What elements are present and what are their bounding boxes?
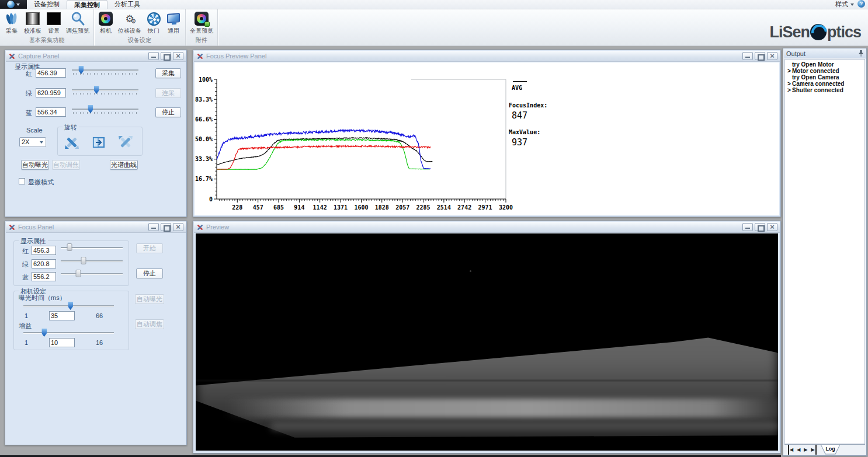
capture-button[interactable]: 采集: [155, 68, 181, 78]
svg-text:2742: 2742: [457, 204, 471, 211]
green-value-input[interactable]: [32, 259, 56, 268]
tab-capture-control[interactable]: 采集控制: [67, 0, 107, 9]
application-menu-button[interactable]: [0, 0, 27, 9]
focus-preview-titlebar[interactable]: Focus Preview Panel: [194, 51, 780, 62]
camera-icon: [98, 11, 113, 26]
focus-index-label: FocusIndex:: [509, 102, 547, 109]
help-icon[interactable]: [857, 0, 865, 8]
focus-panel-titlebar[interactable]: Focus Panel: [6, 222, 186, 233]
svg-text:1371: 1371: [334, 204, 348, 211]
svg-text:100%: 100%: [199, 76, 213, 83]
toolbar-button-focus-preview[interactable]: 调焦预览: [64, 11, 91, 36]
preview-faint-band: [272, 421, 778, 430]
blue-slider[interactable]: [61, 270, 123, 280]
red-channel-label: 红: [26, 69, 32, 78]
red-slider-thumb[interactable]: [67, 243, 72, 251]
green-value-input[interactable]: [36, 88, 66, 97]
auto-focus-button: 自动调焦: [135, 319, 164, 329]
first-tab-icon[interactable]: ◀: [788, 445, 793, 455]
style-menu[interactable]: 样式: [835, 0, 857, 9]
toolbar-button-shutter[interactable]: 快门: [144, 11, 163, 36]
gain-min-label: 1: [25, 339, 28, 346]
tab-device-control[interactable]: 设备控制: [27, 0, 67, 9]
ribbon-toolbar: 采集 校准板 背景: [0, 9, 868, 46]
preview-bright-band: [225, 399, 778, 418]
chevron-down-icon: [850, 4, 854, 6]
svg-text:914: 914: [294, 204, 304, 211]
close-button[interactable]: [173, 52, 183, 60]
tab-analysis-tools[interactable]: 分析工具: [107, 0, 147, 9]
exposure-slider-thumb[interactable]: [68, 302, 73, 310]
output-titlebar[interactable]: Output: [784, 49, 866, 58]
maximize-button[interactable]: [161, 223, 171, 231]
red-value-input[interactable]: [32, 246, 56, 255]
close-button[interactable]: [767, 52, 777, 60]
green-slider[interactable]: [61, 257, 123, 267]
auto-exposure-button: 自动曝光: [135, 294, 164, 304]
minimize-button[interactable]: [742, 52, 753, 60]
background-icon: [46, 11, 61, 26]
panel-tools-icon: [8, 224, 16, 231]
focus-chart: 016.7%33.3%50.0%66.6%83.3%100%2284576859…: [195, 62, 779, 215]
log-line: >Motor connected: [787, 68, 862, 74]
pin-icon[interactable]: [859, 50, 863, 57]
auto-exposure-button[interactable]: 自动曝光: [21, 160, 49, 170]
red-channel-label: 红: [22, 247, 29, 256]
preview-image: [196, 233, 778, 451]
scale-dropdown[interactable]: 2X: [19, 137, 46, 147]
rotate-left-button[interactable]: [65, 135, 79, 152]
svg-text:33.3%: 33.3%: [195, 156, 213, 162]
svg-text:2057: 2057: [395, 204, 409, 211]
toolbar-button-displacement-device[interactable]: ⚙ 位移设备: [116, 11, 143, 36]
toolbar-button-general[interactable]: 通用: [164, 11, 183, 36]
close-button[interactable]: [767, 223, 777, 231]
micro-mode-checkbox[interactable]: [19, 178, 25, 184]
last-tab-icon[interactable]: ▶: [811, 445, 816, 455]
toolbar-button-background[interactable]: 背景: [44, 11, 63, 36]
prev-tab-icon[interactable]: ◀: [797, 445, 800, 455]
minimize-button[interactable]: [148, 223, 159, 231]
maximize-button[interactable]: [755, 52, 765, 60]
log-line: try Open Motor: [787, 61, 862, 68]
maximize-button[interactable]: [755, 223, 765, 231]
camera-settings-group: 相机设定 曝光时间（ms） 1 66 增益 1: [13, 291, 129, 350]
stop-button[interactable]: 停止: [136, 268, 163, 278]
output-tab-strip: ◀ ◀ ▶ ▶ Log: [784, 444, 865, 454]
spectral-curve-button[interactable]: 光谱曲线: [110, 160, 138, 170]
rotate-right-button[interactable]: [119, 135, 133, 152]
red-slider[interactable]: [61, 243, 123, 254]
capture-panel-titlebar[interactable]: Capture Panel: [6, 51, 186, 62]
gain-slider-thumb[interactable]: [41, 329, 47, 337]
svg-text:1828: 1828: [375, 204, 389, 211]
capture-panel: Capture Panel 显示属性 红 绿: [5, 50, 187, 217]
toolbar-button-panorama-preview[interactable]: 全景预览: [188, 11, 215, 36]
log-tab[interactable]: Log: [821, 445, 841, 455]
green-channel-label: 绿: [26, 89, 32, 98]
exposure-value-input[interactable]: [49, 311, 75, 320]
toolbar-button-camera[interactable]: 相机: [96, 11, 115, 36]
green-slider-thumb[interactable]: [81, 257, 86, 264]
blue-slider[interactable]: [72, 105, 138, 116]
flip-horizontal-button[interactable]: [92, 135, 106, 152]
toolbar-button-calibration-plate[interactable]: 校准板: [22, 11, 43, 36]
chevron-down-icon: [16, 4, 20, 6]
next-tab-icon[interactable]: ▶: [804, 445, 807, 455]
rotate-group-label: 旋转: [63, 123, 79, 132]
preview-titlebar[interactable]: Preview: [194, 222, 780, 233]
app-globe-icon: [7, 1, 15, 8]
blue-value-input[interactable]: [36, 107, 66, 117]
close-button[interactable]: [173, 223, 183, 231]
minimize-button[interactable]: [148, 52, 159, 60]
gain-value-input[interactable]: [49, 338, 75, 347]
toolbar-button-capture[interactable]: 采集: [2, 11, 21, 36]
red-value-input[interactable]: [36, 68, 66, 78]
stop-button[interactable]: 停止: [155, 107, 181, 117]
blue-value-input[interactable]: [32, 272, 56, 281]
lisenoptics-logo: LiSenptics: [769, 23, 861, 41]
red-slider[interactable]: [72, 66, 138, 76]
maximize-button[interactable]: [161, 52, 171, 60]
green-slider[interactable]: [72, 86, 138, 96]
log-line: try Open Camera: [787, 74, 862, 81]
minimize-button[interactable]: [742, 223, 753, 231]
blue-slider-thumb[interactable]: [75, 270, 81, 277]
